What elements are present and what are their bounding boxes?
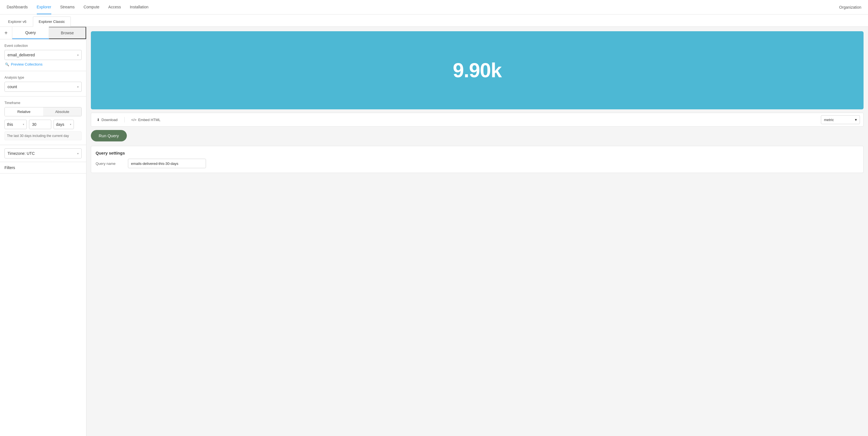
download-button[interactable]: ⬇ Download — [94, 117, 120, 123]
nav-explorer[interactable]: Explorer — [37, 0, 51, 14]
timezone-select-wrapper[interactable]: Timezone: UTC US/Eastern US/Pacific ▾ — [4, 148, 82, 158]
nav-items: Dashboards Explorer Streams Compute Acce… — [7, 0, 839, 14]
query-browse-bar: + Query Browse — [0, 27, 86, 39]
filters-section: Filters — [0, 162, 86, 174]
nav-organization[interactable]: Organization — [839, 5, 861, 9]
download-icon: ⬇ — [97, 118, 100, 122]
analysis-type-select-wrapper[interactable]: count sum average maximum minimum ▾ — [4, 82, 82, 92]
nav-streams[interactable]: Streams — [60, 0, 75, 14]
days-select[interactable]: days weeks months years — [56, 122, 69, 127]
tab-explorer-v6[interactable]: Explorer v6 — [2, 17, 32, 27]
this-select-wrapper[interactable]: this previous last ▾ — [4, 120, 27, 129]
nav-compute[interactable]: Compute — [84, 0, 99, 14]
top-nav: Dashboards Explorer Streams Compute Acce… — [0, 0, 868, 14]
analysis-type-select[interactable]: count sum average maximum minimum — [7, 85, 77, 89]
event-collection-label: Event collection — [4, 44, 82, 48]
tab-explorer-classic[interactable]: Explorer Classic — [33, 17, 71, 27]
toolbar-divider-1 — [124, 117, 125, 122]
query-name-input[interactable] — [128, 159, 206, 168]
viz-select[interactable]: metric line chart bar chart table — [824, 118, 855, 122]
this-select[interactable]: this previous last — [7, 122, 22, 127]
main-layout: + Query Browse Event collection email_de… — [0, 27, 868, 436]
event-collection-section: Event collection email_delivered email_o… — [0, 39, 86, 71]
filters-label: Filters — [4, 166, 15, 170]
plus-button[interactable]: + — [0, 27, 12, 39]
analysis-type-label: Analysis type — [4, 76, 82, 80]
relative-row: this previous last ▾ days weeks months y… — [4, 120, 82, 129]
timeframe-label: Timeframe — [4, 101, 82, 105]
metric-value: 9.90k — [453, 59, 501, 82]
query-settings-title: Query settings — [96, 151, 859, 155]
timezone-section: Timezone: UTC US/Eastern US/Pacific ▾ — [0, 145, 86, 162]
viz-select-wrapper[interactable]: metric line chart bar chart table ▾ — [821, 115, 860, 124]
right-panel: 9.90k ⬇ Download </> Embed HTML metric l… — [86, 27, 868, 436]
embed-icon: </> — [131, 118, 136, 122]
timeframe-section: Timeframe Relative Absolute this previou… — [0, 96, 86, 145]
days-arrow: ▾ — [70, 123, 71, 126]
nav-installation[interactable]: Installation — [130, 0, 149, 14]
preview-collections-label: Preview Collections — [11, 62, 42, 66]
run-query-button[interactable]: Run Query — [91, 130, 127, 141]
timeframe-relative-tab[interactable]: Relative — [5, 107, 43, 116]
analysis-type-arrow: ▾ — [77, 85, 79, 88]
this-arrow: ▾ — [23, 123, 24, 126]
timeframe-tabs: Relative Absolute — [4, 107, 82, 116]
timezone-select[interactable]: Timezone: UTC US/Eastern US/Pacific — [7, 151, 77, 156]
timeframe-hint: The last 30 days including the current d… — [4, 132, 82, 140]
viz-arrow: ▾ — [855, 117, 857, 122]
timeframe-number-input[interactable] — [29, 120, 51, 129]
settings-row: Query name — [96, 159, 859, 168]
left-panel: + Query Browse Event collection email_de… — [0, 27, 86, 436]
embed-html-button[interactable]: </> Embed HTML — [129, 117, 163, 123]
nav-dashboards[interactable]: Dashboards — [7, 0, 28, 14]
sub-tabs: Explorer v6 Explorer Classic — [0, 14, 868, 27]
query-name-label: Query name — [96, 162, 123, 166]
event-collection-arrow: ▾ — [77, 54, 79, 57]
download-label: Download — [101, 118, 118, 122]
search-icon: 🔍 — [5, 62, 9, 66]
query-settings: Query settings Query name — [91, 146, 864, 173]
timezone-arrow: ▾ — [77, 152, 79, 155]
preview-collections-btn[interactable]: 🔍 Preview Collections — [4, 62, 82, 66]
event-collection-select-wrapper[interactable]: email_delivered email_opened email_click… — [4, 50, 82, 60]
metric-toolbar: ⬇ Download </> Embed HTML metric line ch… — [91, 113, 864, 127]
query-tab[interactable]: Query — [12, 27, 49, 39]
analysis-type-section: Analysis type count sum average maximum … — [0, 71, 86, 96]
days-select-wrapper[interactable]: days weeks months years ▾ — [54, 120, 74, 129]
timeframe-absolute-tab[interactable]: Absolute — [43, 107, 82, 116]
metric-display: 9.90k — [91, 31, 864, 109]
event-collection-select[interactable]: email_delivered email_opened email_click… — [7, 53, 77, 57]
embed-html-label: Embed HTML — [138, 118, 160, 122]
browse-tab[interactable]: Browse — [49, 27, 86, 39]
nav-access[interactable]: Access — [108, 0, 121, 14]
